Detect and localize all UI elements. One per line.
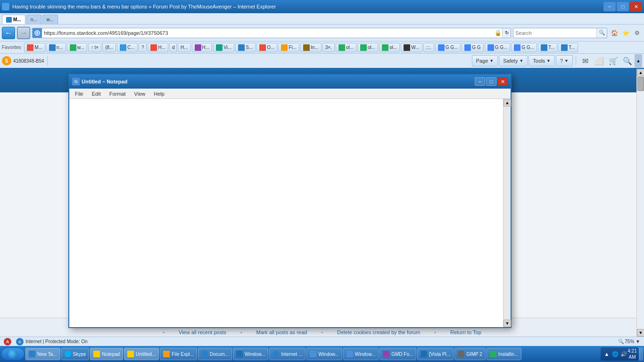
- bookmark-1[interactable]: M...: [24, 43, 45, 52]
- tab-1[interactable]: M...: [2, 15, 25, 24]
- bookmark-23[interactable]: G G...: [435, 43, 461, 52]
- start-button[interactable]: [1, 347, 25, 361]
- taskbar-item-window1[interactable]: Window...: [233, 348, 268, 360]
- footer-link-returntop[interactable]: Return to Top: [450, 329, 481, 335]
- taskbar-item-skype[interactable]: Skype: [61, 348, 90, 360]
- tray-volume-icon[interactable]: 🔊: [620, 351, 627, 357]
- taskbar-item-untitled[interactable]: Untitled...: [124, 348, 159, 360]
- notepad-menu-help[interactable]: Help: [150, 90, 168, 98]
- notepad-scrollbar[interactable]: ▲ ▼: [503, 99, 511, 327]
- taskbar-item-window2[interactable]: Window...: [306, 348, 342, 360]
- taskbar-item-vistap[interactable]: [Vista Pl...: [417, 348, 454, 360]
- taskbar-item-window3[interactable]: Window...: [343, 348, 379, 360]
- footer-bullet-4: •: [434, 329, 436, 335]
- ie-body: • View all recent posts • Mark all posts…: [0, 69, 644, 346]
- address-bar[interactable]: https://forums.stardock.com/495169/page/…: [32, 28, 511, 38]
- forward-button[interactable]: →: [17, 27, 30, 39]
- bookmark-21[interactable]: W...: [401, 43, 422, 52]
- task-label-docum: Docum...: [210, 352, 229, 357]
- taskbar-item-fileexplorer[interactable]: File Expl...: [160, 348, 197, 360]
- safety-button[interactable]: Safety ▼: [499, 55, 528, 66]
- bookmark-17[interactable]: 3×.: [322, 43, 335, 52]
- ie-scrollbar-right[interactable]: ▲ ▼: [636, 69, 644, 337]
- search-input[interactable]: [513, 30, 596, 36]
- ie-maximize-button[interactable]: □: [617, 2, 629, 11]
- tab-2[interactable]: n...: [26, 15, 41, 24]
- bookmark-13[interactable]: S...: [235, 43, 256, 52]
- task-icon-install: [490, 351, 496, 357]
- notepad-close-button[interactable]: ✕: [497, 77, 508, 86]
- taskbar-item-new-tab[interactable]: New Ta...: [25, 348, 60, 360]
- taskbar-item-gimp[interactable]: GIMP 2: [454, 348, 486, 360]
- taskbar-item-install[interactable]: Installin...: [487, 348, 521, 360]
- settings-button[interactable]: ⚙: [632, 28, 642, 38]
- bookmark-8[interactable]: H...: [148, 43, 168, 52]
- tray-up-arrow[interactable]: ▲: [603, 351, 610, 357]
- show-desktop-button[interactable]: [639, 347, 643, 361]
- taskbar-item-docum[interactable]: Docum...: [198, 348, 232, 360]
- home-button[interactable]: 🏠: [609, 28, 619, 38]
- notepad-menu-file[interactable]: File: [71, 90, 87, 98]
- refresh-button[interactable]: ↻: [502, 28, 511, 38]
- bookmark-25[interactable]: G G...: [485, 43, 511, 52]
- bookmark-11[interactable]: H...: [192, 43, 213, 52]
- notepad-textarea[interactable]: [69, 99, 503, 327]
- tools-button[interactable]: Tools ▼: [528, 55, 555, 66]
- zoom-dropdown-icon[interactable]: ▼: [636, 339, 640, 344]
- bookmark-14[interactable]: O...: [256, 43, 277, 52]
- bookmark-20[interactable]: ol...: [379, 43, 400, 52]
- bookmark-6[interactable]: C...: [117, 43, 138, 52]
- scrollbar-down-button[interactable]: ▼: [637, 329, 644, 337]
- star-button[interactable]: ⭐: [620, 28, 631, 38]
- taskbar-item-gmd[interactable]: GMD Fo...: [380, 348, 416, 360]
- footer-link-deletecookies[interactable]: Delete cookies created by the forum: [337, 329, 420, 335]
- bookmark-24[interactable]: G G: [462, 43, 483, 52]
- notepad-menu-format[interactable]: Format: [106, 90, 130, 98]
- bookmark-3[interactable]: w...: [67, 43, 87, 52]
- search-bar[interactable]: 🔍: [513, 28, 607, 38]
- bookmark-16[interactable]: In...: [300, 43, 322, 52]
- task-icon-gmd: [383, 351, 389, 357]
- search-submit-button[interactable]: 🔍: [596, 28, 607, 38]
- task-label-window2: Window...: [318, 352, 339, 357]
- bookmark-15[interactable]: Fi...: [278, 43, 299, 52]
- bookmark-12[interactable]: Vi...: [213, 43, 234, 52]
- bookmark-18[interactable]: ol...: [336, 43, 356, 52]
- ie-minimize-button[interactable]: −: [603, 2, 616, 11]
- bookmark-5[interactable]: (8...: [102, 43, 116, 52]
- bookmark-2[interactable]: n...: [46, 43, 66, 52]
- taskbar-item-notepad[interactable]: Notepad: [90, 348, 123, 360]
- tab-3[interactable]: w...: [42, 15, 58, 24]
- bookmark-22[interactable]: :::.: [423, 43, 434, 52]
- cart-icon[interactable]: 🛒: [607, 55, 619, 67]
- bookmark-4[interactable]: ↑ t×: [88, 43, 101, 52]
- bookmark-10[interactable]: H...: [178, 43, 191, 52]
- search-icon-right[interactable]: 🔍: [621, 55, 634, 67]
- notepad-scroll-up[interactable]: ▲: [504, 99, 511, 107]
- bookmark-28[interactable]: T...: [558, 43, 578, 52]
- scrollbar-thumb[interactable]: [637, 77, 644, 91]
- scrollbar-up-button[interactable]: ▲: [637, 69, 644, 76]
- notepad-menu-edit[interactable]: Edit: [88, 90, 105, 98]
- taskbar: New Ta... Skype Notepad Untitled... File…: [0, 346, 644, 362]
- footer-link-markread[interactable]: Mark all posts as read: [256, 329, 307, 335]
- ie-close-button[interactable]: ✕: [630, 2, 642, 11]
- bookmark-19[interactable]: ol...: [357, 43, 378, 52]
- tv-icon[interactable]: ⬜: [593, 55, 605, 67]
- bookmark-7[interactable]: ?: [139, 43, 147, 52]
- notepad-maximize-button[interactable]: □: [486, 77, 496, 86]
- taskbar-item-internet[interactable]: Internet ...: [269, 348, 305, 360]
- back-button[interactable]: ←: [2, 27, 15, 39]
- mail-icon[interactable]: ✉: [579, 55, 591, 67]
- page-button[interactable]: Page ▼: [472, 55, 498, 66]
- notepad-scroll-down[interactable]: ▼: [504, 320, 511, 327]
- notepad-menu-view[interactable]: View: [131, 90, 149, 98]
- notepad-minimize-button[interactable]: −: [475, 77, 485, 86]
- footer-link-recent[interactable]: View all recent posts: [179, 329, 226, 335]
- tray-network-icon[interactable]: 🌐: [612, 351, 619, 357]
- help-button[interactable]: ? ▼: [556, 55, 573, 66]
- bookmark-9[interactable]: d: [169, 43, 177, 52]
- bookmark-26[interactable]: G G...: [511, 43, 537, 52]
- bookmark-27[interactable]: T...: [538, 43, 557, 52]
- ie-scrollbar-arrow-top[interactable]: ▲: [635, 54, 642, 67]
